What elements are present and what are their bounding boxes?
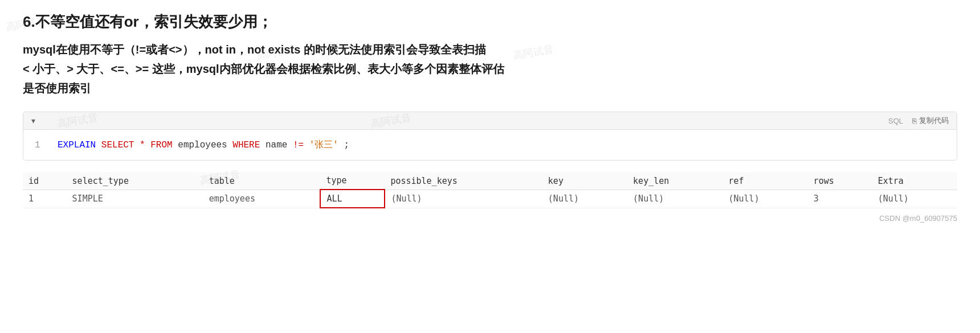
code-block-header: ▾ SQL ⎘ 复制代码 bbox=[23, 112, 957, 130]
col-header-possible-keys: possible_keys bbox=[385, 172, 542, 190]
author-label: CSDN @m0_60907575 bbox=[879, 214, 957, 223]
heading-title: 6.不等空值还有or，索引失效要少用； bbox=[23, 11, 957, 32]
col-header-select-type: select_type bbox=[67, 172, 203, 190]
keyword-where: WHERE bbox=[232, 140, 260, 150]
code-star: * bbox=[140, 140, 145, 150]
code-block-arrow-icon[interactable]: ▾ bbox=[31, 116, 35, 125]
col-header-key-len: key_len bbox=[627, 172, 722, 190]
cell-type: ALL bbox=[320, 190, 385, 208]
heading-section: 6.不等空值还有or，索引失效要少用； mysql在使用不等于（!=或者<>），… bbox=[23, 11, 957, 98]
col-header-table: table bbox=[203, 172, 321, 190]
col-header-id: id bbox=[23, 172, 67, 190]
code-block-actions: SQL ⎘ 复制代码 bbox=[888, 116, 949, 126]
heading-body-line2: < 小于、> 大于、<=、>= 这些，mysql内部优化器会根据检索比例、表大小… bbox=[23, 59, 957, 79]
cell-rows: 3 bbox=[808, 190, 872, 208]
heading-body: mysql在使用不等于（!=或者<>），not in，not exists 的时… bbox=[23, 40, 957, 98]
field-name: name bbox=[266, 140, 287, 150]
copy-label: 复制代码 bbox=[919, 116, 949, 126]
keyword-select: SELECT bbox=[101, 140, 134, 150]
col-header-rows: rows bbox=[808, 172, 872, 190]
line-number-1: 1 bbox=[35, 140, 44, 150]
col-header-extra: Extra bbox=[872, 172, 957, 190]
col-header-ref: ref bbox=[723, 172, 808, 190]
heading-body-line3: 是否使用索引 bbox=[23, 79, 957, 98]
code-content: EXPLAIN SELECT * FROM employees WHERE na… bbox=[58, 139, 349, 151]
cell-possible-keys: (Null) bbox=[385, 190, 542, 208]
code-block: ▾ SQL ⎘ 复制代码 1 EXPLAIN SELECT * FROM emp… bbox=[23, 112, 957, 161]
copy-icon: ⎘ bbox=[912, 117, 917, 125]
cell-select-type: SIMPLE bbox=[67, 190, 203, 208]
results-table: id select_type table type possible_keys … bbox=[23, 172, 957, 208]
cell-ref: (Null) bbox=[723, 190, 808, 208]
table-name: employees bbox=[178, 140, 227, 150]
col-header-type: type bbox=[320, 172, 385, 190]
table-header-row: id select_type table type possible_keys … bbox=[23, 172, 957, 190]
cell-key: (Null) bbox=[542, 190, 627, 208]
code-line-1: 1 EXPLAIN SELECT * FROM employees WHERE … bbox=[35, 139, 945, 151]
table-row: 1 SIMPLE employees ALL (Null) (Null) (Nu… bbox=[23, 190, 957, 208]
code-block-body: 1 EXPLAIN SELECT * FROM employees WHERE … bbox=[23, 130, 957, 160]
keyword-explain: EXPLAIN bbox=[58, 140, 96, 150]
cell-key-len: (Null) bbox=[627, 190, 722, 208]
keyword-from: FROM bbox=[150, 140, 172, 150]
heading-body-line1: mysql在使用不等于（!=或者<>），not in，not exists 的时… bbox=[23, 40, 957, 59]
semicolon: ; bbox=[344, 140, 350, 150]
cell-extra: (Null) bbox=[872, 190, 957, 208]
col-header-key: key bbox=[542, 172, 627, 190]
code-lang-label: SQL bbox=[888, 117, 903, 125]
cell-table: employees bbox=[203, 190, 321, 208]
footer: CSDN @m0_60907575 bbox=[23, 214, 957, 223]
cell-id: 1 bbox=[23, 190, 67, 208]
string-value: '张三' bbox=[309, 140, 338, 150]
copy-button[interactable]: ⎘ 复制代码 bbox=[912, 116, 949, 126]
operator: != bbox=[293, 140, 304, 150]
